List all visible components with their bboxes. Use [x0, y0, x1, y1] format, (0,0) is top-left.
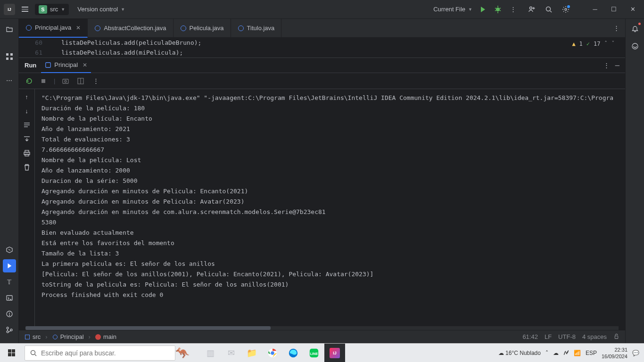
tab-abstractcollection[interactable]: AbstractCollection.java: [88, 19, 173, 38]
breadcrumb-root[interactable]: src: [25, 333, 41, 340]
network-icon[interactable]: 📶: [574, 350, 581, 356]
encoding[interactable]: UTF-8: [558, 333, 576, 340]
chevron-down-icon[interactable]: ˇ: [611, 41, 615, 47]
minimize-button[interactable]: ─: [587, 2, 603, 17]
code-with-me-icon[interactable]: [527, 5, 537, 14]
screenshot-icon[interactable]: [61, 76, 70, 86]
run-config-label: Current File: [433, 6, 465, 13]
mail-app-icon[interactable]: ✉: [221, 344, 241, 362]
terminal-tool-icon[interactable]: [3, 291, 16, 304]
trash-icon[interactable]: [22, 163, 32, 172]
settings-icon[interactable]: [561, 5, 570, 14]
services-tool-icon[interactable]: [3, 243, 16, 256]
check-count: 17: [594, 41, 600, 47]
breadcrumb-method[interactable]: main: [95, 333, 116, 340]
folder-icon: [25, 334, 30, 340]
windows-search[interactable]: [25, 346, 175, 361]
project-tool-icon[interactable]: [3, 23, 16, 36]
project-selector[interactable]: S src ▼: [35, 4, 69, 15]
debug-button[interactable]: [493, 5, 503, 14]
more-tools-icon[interactable]: ⋯: [3, 74, 16, 87]
task-view-icon[interactable]: ▥: [200, 344, 221, 362]
tabs-more-icon[interactable]: ⋮: [608, 25, 625, 32]
search-input[interactable]: [41, 349, 170, 357]
run-button[interactable]: [478, 5, 487, 14]
toolbar-more-icon[interactable]: ⋮: [91, 76, 100, 86]
onedrive-icon[interactable]: ☁: [553, 350, 559, 356]
chevron-down-icon: ▼: [121, 7, 125, 12]
problems-tool-icon[interactable]: [3, 307, 16, 321]
stop-icon[interactable]: [39, 76, 48, 86]
main-menu-button[interactable]: [19, 4, 31, 15]
console-output[interactable]: "C:\Program Files\Java\jdk-17\bin\java.e…: [35, 89, 625, 326]
caret-position[interactable]: 61:42: [522, 333, 538, 340]
vcs-tool-icon[interactable]: [3, 323, 16, 337]
svg-line-4: [500, 8, 501, 8]
search-icon: [30, 349, 37, 357]
svg-point-0: [496, 8, 500, 11]
structure-tool-icon[interactable]: [3, 50, 16, 63]
file-explorer-icon[interactable]: 📁: [241, 344, 262, 362]
run-config-selector[interactable]: Current File ▼: [433, 6, 472, 13]
svg-point-39: [31, 350, 35, 354]
chevron-right-icon: ›: [89, 333, 91, 340]
soft-wrap-icon[interactable]: [22, 120, 32, 130]
notifications-icon[interactable]: [628, 23, 642, 36]
update-dot-icon: [567, 5, 570, 8]
inspection-status[interactable]: ▲ 1 ✓ 17 ˆ ˇ: [572, 41, 615, 47]
ai-assistant-icon[interactable]: [628, 40, 642, 53]
line-app-icon[interactable]: LINE: [304, 344, 324, 362]
rerun-icon[interactable]: [25, 76, 34, 86]
run-panel: Run Principal ✕ ⋮ ─: [19, 58, 625, 330]
scroll-to-end-icon[interactable]: [22, 134, 32, 144]
run-panel-hide-icon[interactable]: ─: [615, 62, 619, 69]
language-indicator[interactable]: ESP: [586, 350, 597, 356]
line-separator[interactable]: LF: [545, 333, 552, 340]
start-button[interactable]: [0, 344, 23, 362]
search-icon[interactable]: [544, 5, 553, 14]
warning-count: 1: [579, 41, 583, 47]
action-center-icon[interactable]: 💬: [632, 350, 639, 356]
title-bar: IJ S src ▼ Version control ▼ Current Fil…: [0, 0, 644, 19]
horizontal-scrollbar[interactable]: [25, 326, 619, 330]
layout-icon[interactable]: [76, 76, 85, 86]
edge-icon[interactable]: [283, 344, 304, 362]
close-button[interactable]: ✕: [625, 2, 640, 17]
readonly-lock-icon[interactable]: [613, 333, 619, 341]
cortana-animal-icon: 🦘: [175, 346, 190, 361]
svg-rect-27: [63, 79, 68, 83]
editor[interactable]: 60 listaDePeliculas.add(peliculaDeBruno)…: [19, 38, 625, 58]
intellij-taskbar-icon[interactable]: IJ: [324, 344, 345, 362]
svg-point-28: [65, 80, 66, 82]
weather-widget[interactable]: ☁ 16°C Nublado: [498, 350, 541, 356]
left-tool-strip: ⋯ 𝕋: [0, 19, 19, 343]
vcs-selector[interactable]: Version control ▼: [77, 6, 125, 13]
tray-chevron-icon[interactable]: ˄: [545, 350, 548, 356]
svg-line-5: [495, 10, 496, 11]
project-name-label: src: [50, 6, 58, 13]
run-panel-more-icon[interactable]: ⋮: [603, 62, 610, 69]
chrome-icon[interactable]: [262, 344, 283, 362]
close-icon[interactable]: ✕: [83, 62, 87, 68]
svg-rect-14: [10, 53, 13, 56]
chevron-up-icon[interactable]: ˆ: [604, 41, 608, 47]
maximize-button[interactable]: ☐: [606, 2, 621, 17]
close-icon[interactable]: ✕: [76, 25, 81, 31]
print-icon[interactable]: [22, 148, 32, 158]
tab-principal[interactable]: Principal.java ✕: [19, 19, 88, 38]
bookmarks-tool-icon[interactable]: 𝕋: [3, 275, 16, 288]
svg-point-7: [530, 7, 532, 9]
indent[interactable]: 4 spaces: [582, 333, 607, 340]
run-config-tab[interactable]: Principal ✕: [41, 58, 91, 73]
tab-pelicula[interactable]: Pelicula.java: [173, 19, 231, 38]
breadcrumb-class[interactable]: Principal: [52, 333, 84, 340]
scroll-down-icon[interactable]: ↓: [22, 106, 32, 115]
notification-dot-icon: [638, 23, 641, 25]
tab-titulo[interactable]: Titulo.java: [231, 19, 282, 38]
more-run-actions-icon[interactable]: ⋮: [508, 5, 518, 14]
run-tool-icon[interactable]: [3, 259, 16, 272]
tab-label: AbstractCollection.java: [104, 25, 166, 32]
scroll-up-icon[interactable]: ↑: [22, 92, 32, 101]
battery-icon[interactable]: 🗲: [563, 350, 569, 356]
clock[interactable]: 22:31 16/09/2024: [602, 346, 627, 360]
